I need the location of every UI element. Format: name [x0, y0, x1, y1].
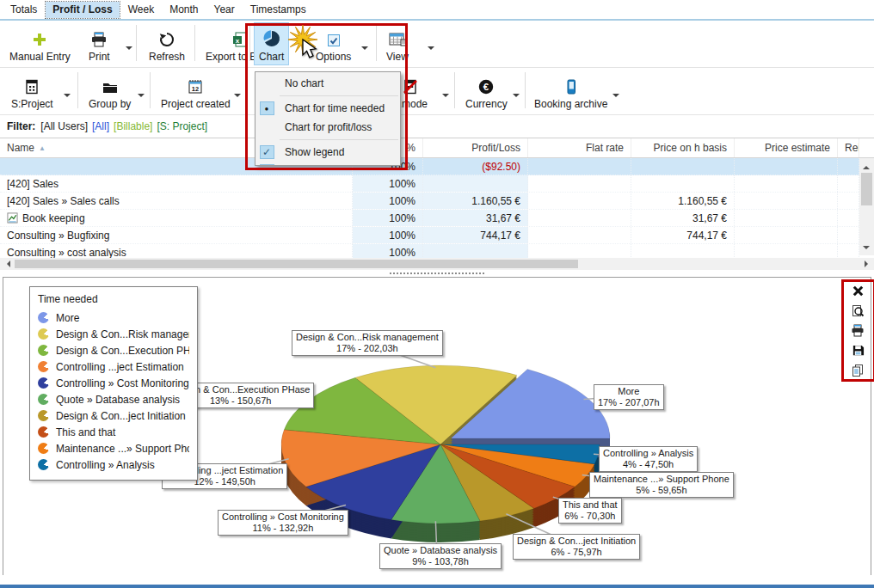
pie-label-name: More — [598, 386, 660, 397]
price-on-h-cell: 31,67 € — [631, 210, 735, 226]
table-row[interactable]: [420] Sales100% — [0, 175, 874, 193]
cell-value: 100% — [389, 230, 415, 242]
percent-cell: 100% — [353, 227, 423, 243]
name-cell: [420] Sales — [0, 175, 353, 192]
legend-item-this-and-that: This and that — [38, 424, 189, 440]
view-dropdown-arrow[interactable] — [428, 46, 434, 53]
table-body: 100%($92.50)[420] Sales100%[420] Sales »… — [0, 158, 874, 261]
booking-archive-button[interactable]: Booking archive — [530, 70, 612, 112]
column-header-reim[interactable]: Reim — [838, 138, 859, 157]
column-header-flat-rate[interactable]: Flat rate — [528, 138, 631, 157]
currency-dropdown-arrow[interactable] — [513, 94, 520, 101]
legend-item-controlling-cost-monitoring: Controlling » Cost Monitoring — [38, 375, 189, 391]
refresh-icon — [158, 29, 175, 48]
tab-totals[interactable]: Totals — [3, 2, 44, 18]
pie-label-value: 9% - 103,78h — [384, 556, 497, 567]
options-button[interactable]: Options — [311, 23, 355, 64]
copy-icon[interactable] — [849, 363, 866, 377]
name-cell: Book keeping — [0, 210, 353, 226]
price-on-h-cell: 744,17 € — [631, 227, 735, 243]
scroll-down-icon[interactable] — [863, 246, 870, 253]
refresh-button[interactable]: Refresh — [145, 23, 189, 64]
tab-year[interactable]: Year — [207, 2, 242, 18]
toolbar-separator — [194, 25, 195, 61]
vertical-scrollbar[interactable] — [859, 158, 874, 255]
manual-entry-button[interactable]: Manual Entry — [5, 23, 75, 64]
chart-button[interactable]: Chart — [255, 23, 288, 64]
toolbar-separator — [376, 25, 377, 61]
view-button[interactable]: View — [382, 23, 413, 64]
group-by-dropdown-arrow[interactable] — [138, 94, 145, 101]
close-icon[interactable] — [849, 284, 866, 298]
filter-token-all-users[interactable]: [All Users] — [40, 120, 88, 132]
menu-item-chart-for-profit-loss[interactable]: Chart for profit/loss — [255, 118, 400, 137]
splitter-handle[interactable] — [0, 270, 874, 277]
currency-button[interactable]: € Currency — [461, 70, 512, 112]
filter-token-all[interactable]: [All] — [92, 120, 109, 132]
cell-value: 100% — [389, 195, 415, 207]
mode-icon — [403, 77, 418, 95]
column-header-price-estimate[interactable]: Price estimate — [735, 138, 838, 157]
menu-gutter: ● — [255, 101, 278, 115]
booking-archive-dropdown-arrow[interactable] — [612, 94, 619, 101]
reimbursement-cell — [838, 158, 859, 175]
pie-label-name: Maintenance ...» Support Phone — [594, 474, 729, 485]
svg-text:x: x — [236, 37, 240, 45]
menu-item-label: Chart for profit/loss — [278, 121, 372, 133]
pie-label-name: Controlling » Cost Monitoring — [222, 511, 344, 523]
filter-token-billable[interactable]: [Billable] — [114, 120, 152, 132]
scroll-up-icon[interactable] — [863, 162, 870, 169]
project-field-button[interactable]: S:Project — [7, 70, 58, 112]
scroll-left-icon[interactable] — [3, 260, 10, 267]
legend-pie-swatch — [38, 345, 49, 356]
table-row[interactable]: Book keeping100%31,67 €31,67 € — [0, 210, 874, 227]
horizontal-scrollbar[interactable] — [0, 258, 874, 270]
table-row[interactable]: [420] Sales » Sales calls100%1.160,55 €1… — [0, 193, 874, 210]
project-field-dropdown-arrow[interactable] — [64, 94, 71, 101]
menu-item-chart-for-time-needed[interactable]: ●Chart for time needed — [255, 99, 400, 118]
tab-timestamps[interactable]: Timestamps — [243, 2, 313, 18]
column-header-profit-loss[interactable]: Profit/Loss — [423, 138, 528, 157]
table-row[interactable]: 100%($92.50) — [0, 158, 874, 175]
percent-cell: 100% — [353, 210, 423, 226]
menu-item-show-legend[interactable]: ✓Show legend — [255, 143, 400, 162]
options-dropdown-arrow[interactable] — [361, 46, 368, 53]
column-header-price-on-h-basis[interactable]: Price on h basis — [631, 138, 735, 157]
project-created-label: Project created — [161, 98, 231, 110]
print-dropdown-arrow[interactable] — [126, 46, 132, 53]
price-on-h-cell — [631, 158, 735, 175]
tab-profit-loss[interactable]: Profit / Loss — [46, 2, 119, 18]
pie-label-quote-database-analysis: Quote » Database analysis9% - 103,78h — [379, 543, 502, 569]
vertical-scrollbar-thumb[interactable] — [861, 173, 872, 205]
legend-pie-swatch — [38, 328, 49, 340]
project-created-button[interactable]: 12 Project created — [157, 70, 235, 112]
print-icon[interactable] — [849, 323, 866, 338]
pie-label-value: 5% - 59,65h — [594, 485, 729, 496]
print-preview-icon[interactable] — [849, 303, 866, 318]
save-icon[interactable] — [849, 343, 866, 358]
toolbar-separator — [77, 72, 78, 108]
horizontal-scrollbar-thumb[interactable] — [15, 260, 578, 268]
checkmark-icon: ✓ — [262, 146, 271, 158]
scroll-right-icon[interactable] — [865, 260, 871, 267]
table-view-icon — [388, 29, 407, 48]
table-row[interactable]: Consulting » Bugfixing100%744,17 €744,17… — [0, 227, 874, 244]
tab-week[interactable]: Week — [121, 2, 161, 18]
mode-dropdown-arrow[interactable] — [442, 94, 449, 101]
group-by-label: Group by — [89, 98, 131, 110]
pie-label-controlling-cost-monitoring: Controlling » Cost Monitoring11% - 132,9… — [218, 510, 348, 536]
filter-token-s-project[interactable]: [S: Project] — [157, 120, 207, 132]
manual-entry-label: Manual Entry — [9, 51, 71, 63]
print-button[interactable]: Print — [84, 23, 114, 64]
price-estimate-cell — [735, 193, 838, 209]
price-on-h-cell — [631, 175, 735, 192]
profit-loss-cell: ($92.50) — [423, 158, 528, 175]
menu-item-no-chart[interactable]: No chart — [255, 74, 400, 93]
project-created-dropdown-arrow[interactable] — [234, 94, 241, 101]
legend-pie-swatch — [38, 410, 49, 421]
group-by-button[interactable]: Group by — [84, 70, 135, 112]
menu-gutter: ✓ — [255, 164, 278, 166]
tab-month[interactable]: Month — [163, 2, 205, 18]
menu-item-3d-view[interactable]: ✓3D-View — [255, 162, 400, 166]
legend-item-label: This and that — [56, 426, 115, 438]
